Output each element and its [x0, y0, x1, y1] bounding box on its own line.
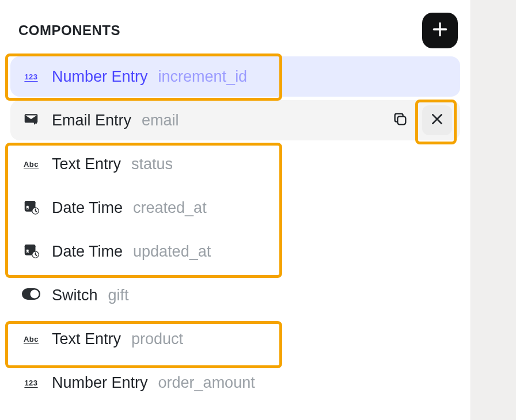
delete-button[interactable]: [422, 105, 452, 135]
components-panel: COMPONENTS 123Number Entryincrement_idEm…: [0, 0, 471, 420]
component-field-name: created_at: [133, 199, 207, 217]
component-field-name: product: [131, 330, 183, 348]
calendar-clock-icon: 3: [22, 242, 40, 261]
number-icon: 123: [24, 379, 37, 387]
component-type-label: Number Entry: [52, 374, 148, 392]
component-item[interactable]: Email Entryemail: [10, 100, 460, 140]
component-item[interactable]: 123Number Entryincrement_id: [10, 56, 460, 97]
component-row: 3Date Timeupdated_at: [8, 230, 462, 273]
component-icon-slot: 123: [21, 66, 41, 87]
component-row: AbcText Entrystatus: [8, 143, 462, 185]
components-title: COMPONENTS: [18, 22, 120, 39]
component-item[interactable]: AbcText Entrystatus: [10, 144, 460, 184]
component-icon-slot: Abc: [21, 154, 41, 174]
component-item[interactable]: 3Date Timeupdated_at: [10, 231, 460, 272]
component-type-label: Text Entry: [52, 330, 121, 348]
component-field-name: status: [131, 155, 173, 173]
component-field-name: order_amount: [158, 374, 255, 392]
component-field-name: updated_at: [133, 243, 211, 261]
svg-rect-2: [25, 201, 36, 204]
email-icon: [22, 110, 40, 130]
component-row-actions: [385, 105, 452, 135]
component-item[interactable]: 3Date Timecreated_at: [10, 188, 460, 228]
component-item[interactable]: 123Number Entryorder_amount: [10, 362, 460, 403]
component-row: 123Number Entryincrement_id: [8, 55, 462, 98]
component-row: AbcText Entryproduct: [8, 318, 462, 360]
svg-text:3: 3: [26, 249, 29, 254]
duplicate-icon: [392, 111, 408, 129]
component-item[interactable]: Switchgift: [10, 275, 460, 315]
component-type-label: Date Time: [52, 199, 123, 217]
plus-icon: [431, 20, 449, 41]
svg-point-14: [31, 290, 39, 299]
component-icon-slot: Abc: [21, 329, 41, 349]
add-component-button[interactable]: [422, 13, 458, 48]
component-type-label: Number Entry: [52, 68, 148, 86]
component-row: Switchgift: [8, 274, 462, 316]
svg-rect-0: [397, 116, 405, 124]
number-icon: 123: [24, 72, 37, 81]
svg-text:3: 3: [26, 205, 29, 211]
calendar-clock-icon: 3: [22, 198, 40, 217]
component-icon-slot: 3: [21, 197, 41, 218]
component-field-name: gift: [108, 287, 129, 304]
component-icon-slot: [21, 285, 41, 306]
component-type-label: Text Entry: [52, 155, 121, 173]
text-icon: Abc: [24, 335, 39, 343]
duplicate-button[interactable]: [385, 105, 415, 135]
component-icon-slot: 3: [21, 241, 41, 262]
text-icon: Abc: [24, 160, 39, 169]
component-row: 123Number Entryorder_amount: [8, 361, 462, 404]
component-row: 3Date Timecreated_at: [8, 186, 462, 229]
component-icon-slot: [21, 110, 41, 131]
component-type-label: Date Time: [52, 243, 123, 261]
component-field-name: increment_id: [158, 68, 248, 86]
component-item[interactable]: AbcText Entryproduct: [10, 319, 460, 359]
component-field-name: email: [142, 112, 179, 129]
component-icon-slot: 123: [21, 372, 41, 393]
close-icon: [430, 112, 445, 129]
components-header: COMPONENTS: [8, 8, 462, 55]
component-type-label: Switch: [52, 287, 98, 304]
svg-rect-8: [25, 245, 36, 248]
switch-icon: [21, 288, 41, 303]
components-list: 123Number Entryincrement_idEmail Entryem…: [8, 55, 462, 404]
component-type-label: Email Entry: [52, 112, 131, 129]
component-row: Email Entryemail: [8, 99, 462, 142]
